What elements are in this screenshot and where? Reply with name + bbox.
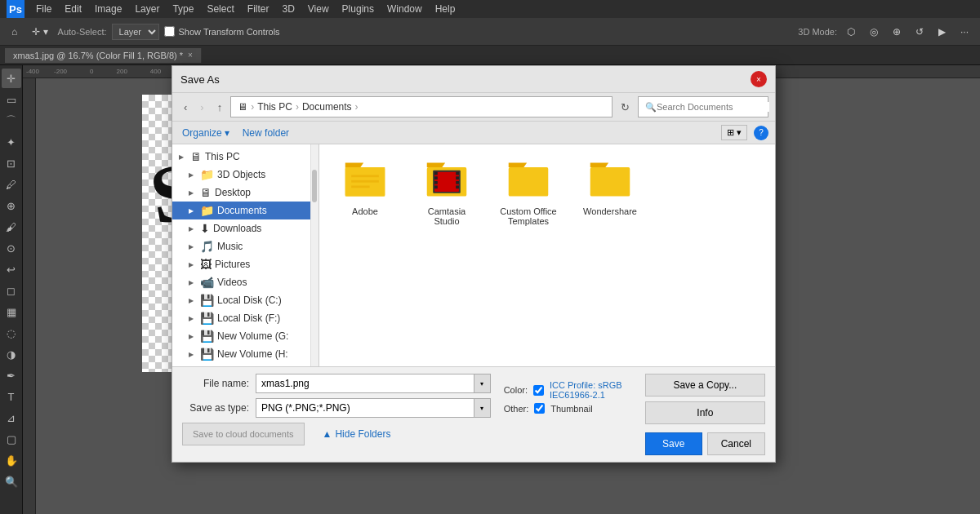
breadcrumb-icon: 🖥 [238,101,247,113]
move-tool-btn[interactable]: ✛ ▾ [27,24,52,40]
svg-rect-18 [509,167,549,196]
auto-select-dropdown[interactable]: Layer [112,24,159,40]
ps-tab[interactable]: xmas1.jpg @ 16.7% (Color Fill 1, RGB/8) … [5,48,202,63]
menu-edit[interactable]: Edit [60,2,87,16]
tree-item-localf[interactable]: ▶ 💾 Local Disk (F:) [172,309,318,327]
tree-item-videos[interactable]: ▶ 📹 Videos [172,273,318,291]
svg-rect-14 [456,172,459,175]
menu-3d[interactable]: 3D [277,2,299,16]
nav-up-btn[interactable]: ↑ [212,99,228,116]
tree-label-thispc: This PC [205,151,240,162]
dialog-actions: Organize ▾ New folder ⊞ ▾ ? [172,122,775,144]
folder-office-icon [502,157,555,202]
filename-row: File name: ▾ [182,374,491,393]
file-area: Adobe [319,144,775,366]
home-btn[interactable]: ⌂ [7,24,22,40]
3d-btn-3[interactable]: ⊕ [888,24,906,40]
svg-marker-7 [427,162,445,167]
menu-select[interactable]: Select [202,2,238,16]
search-box: 🔍 [638,96,768,117]
options-panel: Color: ICC Profile: sRGBIEC61966-2.1 Oth… [504,374,632,423]
svg-rect-9 [434,172,459,192]
info-btn[interactable]: Info [645,401,765,424]
search-icon: 🔍 [645,102,657,113]
cloud-save-btn[interactable]: Save to cloud documents [182,423,305,445]
color-checkbox[interactable] [533,385,544,396]
tree-icon-computer: 🖥 [190,150,202,163]
svg-rect-20 [590,167,630,196]
nav-refresh-btn[interactable]: ↻ [616,99,635,116]
help-btn[interactable]: ? [754,126,768,140]
tree-scroll-thumb[interactable] [312,170,317,202]
savetype-input[interactable] [256,398,474,418]
folder-office[interactable]: Custom Office Templates [496,157,561,226]
tree-item-pictures[interactable]: ▶ 🖼 Pictures [172,255,318,273]
tree-item-documents[interactable]: ▶ 📁 Documents [172,202,318,219]
save-copy-btn[interactable]: Save a Copy... [645,374,765,397]
tree-item-localc[interactable]: ▶ 💾 Local Disk (C:) [172,291,318,309]
menu-help[interactable]: Help [430,2,461,16]
tree-item-music[interactable]: ▶ 🎵 Music [172,237,318,255]
tree-item-volg[interactable]: ▶ 💾 New Volume (G: [172,327,318,345]
toolbar: ⌂ ✛ ▾ Auto-Select: Layer Show Transform … [0,18,980,46]
dialog-body: ▶ 🖥 This PC ▶ 📁 3D Objects ▶ 🖥 Desktop [172,144,775,366]
folder-wondershare-label: Wondershare [583,206,637,216]
filename-label: File name: [182,378,256,389]
organize-btn[interactable]: Organize ▾ [179,126,233,140]
tree-item-thispc[interactable]: ▶ 🖥 This PC [172,148,318,166]
menu-filter[interactable]: Filter [243,2,274,16]
folder-camtasia[interactable]: Camtasia Studio [414,157,479,226]
thumbnail-label: Thumbnail [550,404,592,414]
tree-item-downloads[interactable]: ▶ ⬇ Downloads [172,219,318,237]
tree-panel: ▶ 🖥 This PC ▶ 📁 3D Objects ▶ 🖥 Desktop [172,144,319,366]
folder-wondershare[interactable]: Wondershare [577,157,643,216]
other-label: Other: [504,404,529,414]
tree-toggle-thispc: ▶ [179,153,187,161]
save-btn[interactable]: Save [645,432,702,455]
search-input[interactable] [657,102,769,112]
nav-back-btn[interactable]: ‹ [179,99,192,116]
menu-layer[interactable]: Layer [130,2,164,16]
folder-adobe[interactable]: Adobe [332,157,398,216]
other-option-row: Other: Thumbnail [504,403,622,414]
tab-close[interactable]: × [188,51,193,60]
tree-item-3dobjects[interactable]: ▶ 📁 3D Objects [172,166,318,184]
menu-view[interactable]: View [303,2,334,16]
svg-marker-19 [509,162,527,167]
menu-file[interactable]: File [31,2,56,16]
view-btn[interactable]: ⊞ ▾ [721,125,747,140]
hide-folders-icon: ▲ [323,428,332,440]
tree-item-desktop[interactable]: ▶ 🖥 Desktop [172,184,318,202]
auto-select-label: Auto-Select: [58,27,107,37]
tab-filename: xmas1.jpg @ 16.7% (Color Fill 1, RGB/8) … [13,51,183,60]
svg-rect-5 [351,185,369,188]
filename-dropdown-arrow[interactable]: ▾ [474,374,491,393]
nav-forward-btn[interactable]: › [195,99,208,116]
hide-folders-btn[interactable]: ▲ Hide Folders [313,425,401,443]
dialog-close-btn[interactable]: × [751,71,767,87]
color-value: ICC Profile: sRGBIEC61966-2.1 [550,380,622,400]
folder-camtasia-label: Camtasia Studio [414,206,479,226]
menu-plugins[interactable]: Plugins [337,2,379,16]
breadcrumb-documents[interactable]: Documents [302,101,352,113]
breadcrumb-thispc[interactable]: This PC [257,101,292,113]
dialog-footer: File name: ▾ Save as type: ▾ [172,366,775,462]
new-folder-btn[interactable]: New folder [239,126,292,140]
tree-item-volh[interactable]: ▶ 💾 New Volume (H: [172,345,318,363]
folder-adobe-label: Adobe [352,206,378,216]
3d-btn-5[interactable]: ▶ [933,24,951,40]
3d-btn-1[interactable]: ⬡ [842,24,860,40]
menu-type[interactable]: Type [167,2,198,16]
transform-controls-checkbox[interactable] [164,26,175,37]
cancel-btn[interactable]: Cancel [707,432,765,455]
menu-image[interactable]: Image [90,2,127,16]
transform-controls-label[interactable]: Show Transform Controls [164,26,280,37]
3d-btn-4[interactable]: ↺ [911,24,929,40]
savetype-dropdown-arrow[interactable]: ▾ [474,398,491,418]
filename-input[interactable] [256,374,474,393]
3d-btn-2[interactable]: ◎ [865,24,883,40]
tree-scrollbar[interactable] [310,144,318,366]
thumbnail-checkbox[interactable] [534,403,545,414]
more-btn[interactable]: ··· [956,24,973,40]
menu-window[interactable]: Window [382,2,427,16]
